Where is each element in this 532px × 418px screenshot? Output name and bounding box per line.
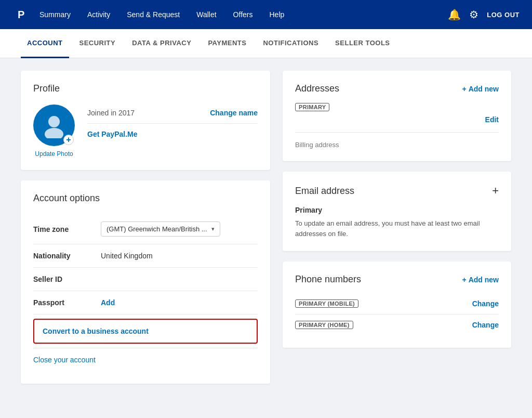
subnav-notifications[interactable]: NOTIFICATIONS [257, 29, 325, 58]
addresses-header: Addresses + Add new [295, 83, 499, 94]
subnav-security[interactable]: SECURITY [73, 29, 122, 58]
phone-card: Phone numbers + Add new PRIMARY (MOBILE)… [283, 262, 511, 348]
phone-title: Phone numbers [295, 274, 361, 285]
avatar[interactable]: + [33, 104, 75, 146]
top-nav-links: Summary Activity Send & Request Wallet O… [31, 0, 448, 29]
subnav-seller-tools[interactable]: SELLER TOOLS [329, 29, 396, 58]
plus-icon-phone: + [462, 276, 466, 284]
profile-info-row: Joined in 2017 Change name [87, 109, 258, 124]
nationality-row: Nationality United Kingdom [33, 244, 258, 268]
bell-icon[interactable]: 🔔 [448, 8, 461, 21]
subnav-data-privacy[interactable]: DATA & PRIVACY [126, 29, 197, 58]
nav-send-request[interactable]: Send & Request [118, 0, 188, 29]
profile-info: Joined in 2017 Change name Get PayPal.Me [87, 104, 258, 138]
email-card: Email address + Primary To update an ema… [283, 172, 511, 251]
email-title: Email address [295, 186, 354, 197]
subnav-account[interactable]: ACCOUNT [21, 29, 69, 58]
passport-label: Passport [33, 298, 101, 307]
gear-icon[interactable]: ⚙ [469, 8, 478, 21]
svg-text:P: P [18, 9, 24, 20]
convert-business-link[interactable]: Convert to a business account [43, 327, 149, 335]
passport-add-link[interactable]: Add [101, 298, 115, 307]
logout-button[interactable]: LOG OUT [487, 11, 520, 19]
plus-icon: + [462, 85, 466, 93]
profile-section: + Update Photo Joined in 2017 Change nam… [33, 104, 258, 158]
sub-nav: ACCOUNT SECURITY DATA & PRIVACY PAYMENTS… [0, 29, 532, 58]
nav-summary[interactable]: Summary [31, 0, 79, 29]
nav-help[interactable]: Help [261, 0, 292, 29]
addresses-card: Addresses + Add new PRIMARY Edit Billing… [283, 71, 511, 161]
close-account-row: Close your account [33, 348, 258, 371]
addresses-primary-badge: PRIMARY [295, 103, 329, 111]
passport-row: Passport Add [33, 291, 258, 315]
nationality-label: Nationality [33, 252, 101, 260]
addresses-edit-link[interactable]: Edit [295, 115, 499, 124]
timezone-row: Time zone (GMT) Greenwich Mean/British .… [33, 214, 258, 244]
joined-text: Joined in 2017 [87, 109, 135, 117]
svg-point-3 [45, 128, 63, 138]
timezone-value: (GMT) Greenwich Mean/British ... [107, 225, 207, 233]
timezone-label: Time zone [33, 225, 101, 233]
phone-mobile-change-link[interactable]: Change [472, 299, 499, 308]
chevron-down-icon: ▾ [211, 226, 215, 232]
right-column: Addresses + Add new PRIMARY Edit Billing… [283, 71, 511, 384]
phone-add-new-link[interactable]: + Add new [462, 276, 499, 284]
profile-title: Profile [33, 83, 258, 94]
svg-point-2 [48, 116, 60, 127]
sellerid-label: Seller ID [33, 275, 101, 283]
top-nav: P Summary Activity Send & Request Wallet… [0, 0, 532, 29]
phone-header: Phone numbers + Add new [295, 274, 499, 285]
addresses-add-new-link[interactable]: + Add new [462, 85, 499, 93]
avatar-plus-icon[interactable]: + [63, 135, 74, 145]
avatar-container: + Update Photo [33, 104, 75, 158]
phone-row-mobile: PRIMARY (MOBILE) Change [295, 293, 499, 315]
addresses-title: Addresses [295, 83, 339, 94]
main-content: Profile + Update Photo Joined in 2017 [0, 58, 532, 396]
close-account-link[interactable]: Close your account [33, 348, 258, 371]
addresses-add-new-label: Add new [469, 85, 499, 93]
paypal-logo: P [12, 5, 31, 24]
top-nav-right: 🔔 ⚙ LOG OUT [448, 8, 520, 21]
account-options-card: Account options Time zone (GMT) Greenwic… [21, 180, 270, 384]
nav-activity[interactable]: Activity [79, 0, 118, 29]
phone-mobile-badge: PRIMARY (MOBILE) [295, 299, 358, 308]
change-name-link[interactable]: Change name [210, 109, 258, 117]
phone-add-new-label: Add new [469, 276, 499, 284]
nav-wallet[interactable]: Wallet [188, 0, 224, 29]
paypalme-link[interactable]: Get PayPal.Me [87, 130, 138, 138]
email-header: Email address + [295, 184, 499, 198]
account-options-title: Account options [33, 193, 258, 204]
update-photo-link[interactable]: Update Photo [35, 150, 73, 158]
sellerid-row: Seller ID [33, 268, 258, 291]
phone-home-badge: PRIMARY (HOME) [295, 321, 353, 329]
left-column: Profile + Update Photo Joined in 2017 [21, 71, 270, 384]
nav-offers[interactable]: Offers [225, 0, 261, 29]
timezone-dropdown[interactable]: (GMT) Greenwich Mean/British ... ▾ [101, 221, 220, 237]
convert-business-box: Convert to a business account [33, 319, 258, 344]
subnav-payments[interactable]: PAYMENTS [202, 29, 252, 58]
email-note: To update an email address, you must hav… [295, 218, 499, 239]
email-add-icon[interactable]: + [492, 184, 499, 198]
phone-row-home: PRIMARY (HOME) Change [295, 315, 499, 335]
email-primary-label: Primary [295, 206, 499, 214]
profile-card: Profile + Update Photo Joined in 2017 [21, 71, 270, 170]
billing-address-text: Billing address [295, 132, 499, 149]
nationality-value: United Kingdom [101, 252, 153, 260]
phone-home-change-link[interactable]: Change [472, 321, 499, 329]
